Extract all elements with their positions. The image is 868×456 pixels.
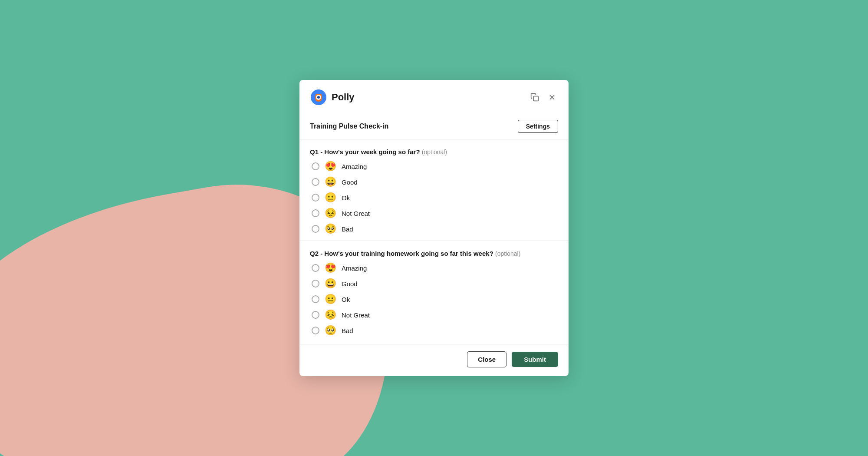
q2-optional: (optional) — [495, 250, 520, 257]
copy-icon-button[interactable] — [529, 91, 541, 103]
q1-label-not-great: Not Great — [342, 210, 370, 217]
q2-label-bad: Bad — [342, 327, 353, 334]
settings-button[interactable]: Settings — [518, 120, 558, 133]
modal-dialog: Polly Trainin — [299, 80, 569, 376]
modal-overlay: Polly Trainin — [0, 0, 868, 456]
q1-label-ok: Ok — [342, 194, 350, 202]
app-title: Polly — [332, 92, 355, 103]
q2-radio-good[interactable] — [312, 280, 319, 287]
q1-options-list: 😍 Amazing 😀 Good 😐 Ok — [310, 162, 558, 234]
question-1-label: Q1 - How's your week going so far? (opti… — [310, 148, 558, 155]
q2-option-not-great[interactable]: 😣 Not Great — [312, 310, 558, 320]
modal-header: Polly — [299, 80, 569, 113]
q2-emoji-good: 😀 — [325, 279, 336, 288]
q1-emoji-not-great: 😣 — [325, 208, 336, 218]
survey-header: Training Pulse Check-in Settings — [310, 113, 558, 139]
q2-emoji-amazing: 😍 — [325, 263, 336, 273]
svg-rect-3 — [534, 96, 539, 101]
q2-label-not-great: Not Great — [342, 311, 370, 319]
svg-point-2 — [317, 96, 320, 99]
q2-radio-ok[interactable] — [312, 295, 319, 303]
header-left: Polly — [310, 89, 355, 106]
close-icon — [548, 93, 556, 102]
header-icons — [529, 91, 558, 103]
close-icon-button[interactable] — [546, 91, 558, 103]
q1-radio-amazing[interactable] — [312, 162, 319, 170]
q2-radio-bad[interactable] — [312, 327, 319, 334]
submit-button[interactable]: Submit — [512, 352, 558, 367]
q2-label-ok: Ok — [342, 296, 350, 303]
q2-emoji-bad: 🥺 — [325, 326, 336, 335]
q1-option-good[interactable]: 😀 Good — [312, 177, 558, 187]
q2-options-list: 😍 Amazing 😀 Good 😐 Ok — [310, 263, 558, 335]
q1-option-amazing[interactable]: 😍 Amazing — [312, 162, 558, 171]
survey-title: Training Pulse Check-in — [310, 122, 388, 130]
question-1-section: Q1 - How's your week going so far? (opti… — [310, 139, 558, 241]
q1-radio-not-great[interactable] — [312, 209, 319, 217]
q1-emoji-bad: 🥺 — [325, 224, 336, 234]
q2-option-good[interactable]: 😀 Good — [312, 279, 558, 288]
copy-icon — [530, 93, 539, 102]
q1-emoji-ok: 😐 — [325, 193, 336, 202]
q1-option-not-great[interactable]: 😣 Not Great — [312, 208, 558, 218]
q1-optional: (optional) — [422, 149, 447, 155]
q2-label-amazing: Amazing — [342, 264, 367, 272]
q1-radio-bad[interactable] — [312, 225, 319, 233]
q1-option-bad[interactable]: 🥺 Bad — [312, 224, 558, 234]
q1-option-ok[interactable]: 😐 Ok — [312, 193, 558, 202]
q1-label-bad: Bad — [342, 225, 353, 233]
question-2-section: Q2 - How's your training homework going … — [310, 241, 558, 342]
q2-option-ok[interactable]: 😐 Ok — [312, 294, 558, 304]
question-2-label: Q2 - How's your training homework going … — [310, 250, 558, 257]
q1-emoji-amazing: 😍 — [325, 162, 336, 171]
modal-body: Training Pulse Check-in Settings Q1 - Ho… — [299, 113, 569, 342]
q1-radio-ok[interactable] — [312, 194, 319, 202]
close-button[interactable]: Close — [467, 351, 506, 367]
q2-radio-amazing[interactable] — [312, 264, 319, 272]
q1-emoji-good: 😀 — [325, 177, 336, 187]
q1-label-good: Good — [342, 178, 358, 186]
q1-label-amazing: Amazing — [342, 163, 367, 170]
q2-radio-not-great[interactable] — [312, 311, 319, 319]
q1-radio-good[interactable] — [312, 178, 319, 186]
modal-footer: Close Submit — [299, 344, 569, 376]
polly-logo-icon — [310, 89, 327, 106]
q2-label-good: Good — [342, 280, 358, 287]
q2-emoji-not-great: 😣 — [325, 310, 336, 320]
q2-emoji-ok: 😐 — [325, 294, 336, 304]
q2-option-amazing[interactable]: 😍 Amazing — [312, 263, 558, 273]
q2-option-bad[interactable]: 🥺 Bad — [312, 326, 558, 335]
